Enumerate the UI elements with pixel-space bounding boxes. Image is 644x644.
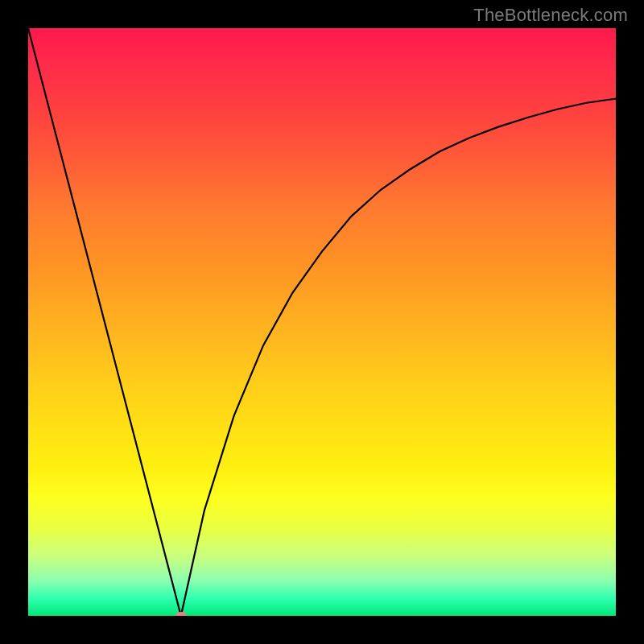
chart-frame: TheBottleneck.com [0, 0, 644, 644]
bottleneck-curve-left [28, 28, 181, 616]
bottleneck-curve-right [181, 99, 616, 616]
curve-layer [28, 28, 616, 616]
plot-area [28, 28, 616, 616]
watermark-text: TheBottleneck.com [473, 5, 628, 26]
bottleneck-marker [175, 612, 187, 616]
